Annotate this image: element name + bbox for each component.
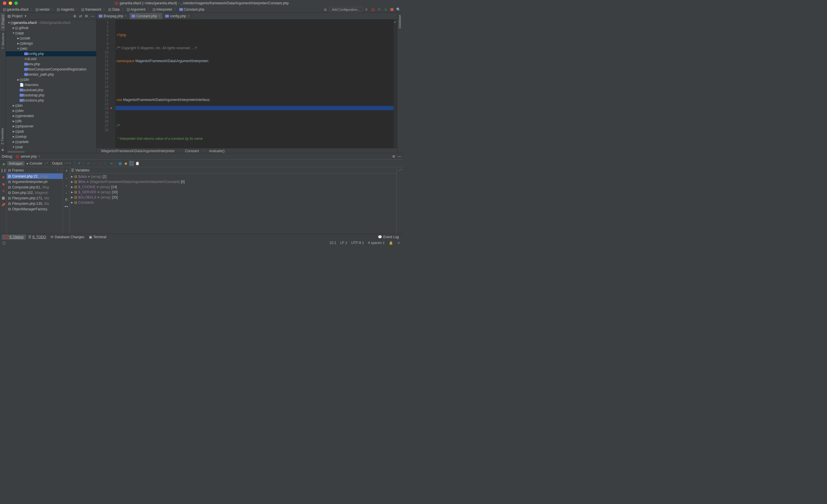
tree-item[interactable]: functions.php [6,98,96,103]
project-toggle-icon[interactable]: ▤ [7,14,11,18]
breakpoint-icon[interactable]: ● [110,106,115,110]
settings-icon[interactable]: ⎡⎦ [129,161,134,166]
frame-next-icon[interactable]: ↓ [60,168,61,172]
attach-button[interactable]: ⎋ [383,7,388,12]
tree-item[interactable]: ▶▤ bin [6,103,96,108]
vars-collapse-icon[interactable]: →* [396,167,403,234]
collapse-icon[interactable]: ⇄ [79,14,82,18]
stack-frame[interactable]: ⊟ObjectManagerFactory. [7,206,63,212]
crumb-root[interactable]: garantia.efacil [7,7,29,11]
close-window-icon[interactable] [3,1,6,5]
stop-debug-button[interactable]: ■ [2,175,4,179]
tree-item[interactable]: env.php [6,61,96,67]
lock-icon[interactable]: 🔒 [389,241,393,245]
console-tab[interactable]: ▸ Console →* [25,161,49,166]
stop-button[interactable] [390,7,394,12]
frame-prev-icon[interactable]: ↑ [56,168,58,172]
gear-icon[interactable]: ⚙ [85,14,88,18]
crumb-3[interactable]: framework [85,7,101,11]
trace-icon[interactable]: ◉ [123,161,128,166]
tree-item[interactable]: ▼▤ etc [6,46,96,51]
hector-icon[interactable]: ☺ [397,241,400,245]
minimize-window-icon[interactable] [9,1,12,5]
tree-item[interactable]: ▶▤ update [6,139,96,144]
editor-tab[interactable]: Braspag.php× [96,13,129,19]
evaluate-expression-icon[interactable]: ▦ [117,161,123,166]
step-out-icon[interactable]: ↑ [103,161,108,166]
stack-frame[interactable]: ⊟Constant.php:22, Mage [7,173,63,179]
debugger-tab[interactable]: Debugger [7,161,25,166]
watch-up-icon[interactable]: ↑ [65,184,67,188]
debug-session-tab[interactable]: 🐞server.php× [13,154,43,159]
debug-gear-icon[interactable]: ⚙ [392,154,395,158]
tree-item[interactable]: ▶▤ lib [6,118,96,124]
gutter-marks[interactable]: ● [109,19,115,148]
variable-item[interactable]: ▶⊟$data = {array} [2] [71,174,395,179]
debug-hide-icon[interactable]: — [398,154,401,158]
output-tab[interactable]: Output →* × [50,161,73,166]
database-tool-tab[interactable]: Database [397,13,402,31]
bookmark-icon[interactable]: ★ [0,147,5,153]
tree-item[interactable]: ▼▤ var [6,144,96,150]
run-to-cursor-icon[interactable]: ⇥ [108,161,114,166]
show-execution-point-icon[interactable]: ≡ [77,161,82,166]
editor-tab[interactable]: config.php× [163,13,192,19]
project-tree[interactable]: ▼▤ garantia.efacil ~/sites/garantia.efac… [6,19,96,151]
resume-button[interactable]: ▶ [2,162,7,166]
maximize-window-icon[interactable] [14,1,18,5]
layout-icon[interactable]: ▣ [323,7,328,12]
db-changes-bottom-tab[interactable]: ⟳Database Changes [48,235,87,240]
copy-watch-icon[interactable]: ⎘ [65,198,67,202]
breadcrumb[interactable]: ▤garantia.efacil〉 ▤vendor〉 ▤magento〉 ▤fr… [2,7,323,12]
crumb-5[interactable]: Argument [131,7,146,11]
pause-button[interactable]: ❚❚ [1,168,6,172]
debug-button[interactable]: 🐞 [371,7,375,12]
todo-bottom-tab[interactable]: ☰6: TODO [26,235,49,240]
force-step-into-icon[interactable]: ↓ [97,161,102,166]
add-configuration-button[interactable]: Add Configuration... [330,7,362,12]
tree-item[interactable]: ▶▤ code [6,36,96,41]
line-number-gutter[interactable]: 1234789101112131415161718192021222324252… [96,19,109,148]
step-over-icon[interactable]: ⤻ [86,161,91,166]
variable-item[interactable]: ▶⊟$GLOBALS = {array} [33] [71,195,395,200]
variable-item[interactable]: ▶⊟$_SERVER = {array} [33] [71,190,395,195]
add-watch-icon[interactable]: ＋ [65,168,68,173]
glasses-icon[interactable]: 👓 [64,205,68,209]
stack-frame[interactable]: ⊟Filesystem.php:171, Ma [7,195,63,201]
pin-icon[interactable]: 📋 [135,161,140,166]
indent-config[interactable]: 4 spaces ‡ [368,241,385,245]
event-log-tab[interactable]: 💬Event Log [376,235,401,240]
editor-tab[interactable]: Constant.php× [129,13,163,19]
run-button[interactable] [364,7,369,12]
project-tool-tab[interactable]: 1: Project [1,13,5,31]
variable-item[interactable]: ▶⊟$_COOKIE = {array} [14] [71,185,395,190]
crumb-1[interactable]: vendor [39,7,50,11]
hide-icon[interactable]: — [91,14,94,18]
crumb-6[interactable]: Interpreter [156,7,173,11]
stack-frame[interactable]: ⊟Composite.php:61, Mag [7,185,63,190]
structure-tool-tab[interactable]: 7: Structure [1,31,5,51]
tree-item[interactable]: ▶▤ pub [6,129,96,134]
code-editor[interactable]: <?php /** Copyright © Magento, Inc. All … [115,19,394,148]
variable-item[interactable]: ▶⊟$this = {Magento\Framework\Data\Argume… [71,179,395,185]
terminal-bottom-tab[interactable]: ▣Terminal [87,235,108,240]
tree-item[interactable]: config.php [6,51,96,56]
crumb-4[interactable]: Data [112,7,119,11]
tree-item[interactable]: ▶▤ generated [6,113,96,118]
tree-item[interactable]: ⚙ di.xml [6,56,96,61]
view-breakpoints-icon[interactable]: ◉ [2,182,5,186]
layout-settings-icon[interactable]: ▦ [2,196,5,200]
tree-item[interactable]: bootstrap.php [6,93,96,98]
coverage-button[interactable]: ⟳ [377,7,382,12]
favorites-tool-tab[interactable]: 2: Favorites [0,126,5,147]
caret-position[interactable]: 22:1 [330,241,336,245]
editor-error-stripe[interactable]: ✔ [394,19,397,148]
file-encoding[interactable]: UTF-8 ‡ [351,241,364,245]
tree-item[interactable]: ▼▤ app [6,31,96,36]
tree-root[interactable]: garantia.efacil [13,21,37,25]
tree-item[interactable]: ▶▤ design [6,41,96,46]
debug-bottom-tab[interactable]: 🐞5: Debug [2,235,26,240]
tree-item[interactable]: ▶▤ .github [6,25,96,31]
remove-watch-icon[interactable]: － [65,176,68,181]
stack-frame[interactable]: ⊟Filesystem.php:130, Ma [7,201,63,206]
